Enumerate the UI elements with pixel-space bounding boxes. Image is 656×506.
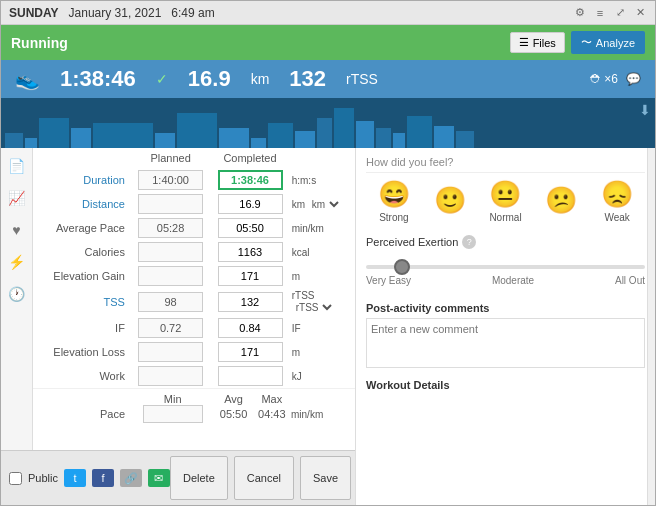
- completed-input[interactable]: [218, 292, 283, 312]
- feel-ok[interactable]: 🙂: [434, 185, 466, 218]
- feel-weak[interactable]: 😞 Weak: [601, 179, 633, 223]
- exertion-info-icon[interactable]: ?: [462, 235, 476, 249]
- sidebar-heart-icon[interactable]: ♥: [7, 220, 27, 240]
- pace-table: Min Avg Max Pace: [41, 393, 351, 423]
- feel-ok-icon: 🙂: [434, 185, 466, 216]
- header-right: ☰ Files 〜 Analyze: [510, 31, 645, 54]
- unit-cell: IF: [290, 316, 355, 340]
- exertion-slider[interactable]: [366, 265, 645, 269]
- analyze-button[interactable]: 〜 Analyze: [571, 31, 645, 54]
- check-icon: ✓: [156, 71, 168, 87]
- unit-cell: m: [290, 264, 355, 288]
- comments-input[interactable]: [366, 318, 645, 368]
- popout-icon[interactable]: ⤢: [613, 6, 627, 20]
- chart-bar: [177, 113, 217, 148]
- planned-input[interactable]: [138, 242, 203, 262]
- main-content: 📄 📈 ♥ ⚡ 🕐 Planned Completed: [1, 148, 655, 505]
- menu-icon[interactable]: ≡: [593, 6, 607, 20]
- planned-cell: [131, 288, 210, 316]
- left-panel: 📄 📈 ♥ ⚡ 🕐 Planned Completed: [1, 148, 356, 505]
- data-row: Duration h:m:s: [33, 168, 355, 192]
- footer: Public t f 🔗 ✉ Delete Cancel Save Save &…: [1, 450, 355, 505]
- feel-strong[interactable]: 😄 Strong: [378, 179, 410, 223]
- facebook-icon[interactable]: f: [92, 469, 114, 487]
- data-row: Work kJ: [33, 364, 355, 388]
- planned-input[interactable]: [138, 366, 203, 386]
- planned-input[interactable]: [138, 218, 203, 238]
- data-row: IF IF: [33, 316, 355, 340]
- data-row: Distance km kmmi: [33, 192, 355, 216]
- feel-normal[interactable]: 😐 Normal: [489, 179, 521, 223]
- chart-bar: [393, 133, 405, 148]
- completed-input[interactable]: [218, 170, 283, 190]
- completed-cell: [210, 216, 289, 240]
- day-label: SUNDAY: [9, 6, 59, 20]
- pace-min-input[interactable]: [143, 405, 203, 423]
- close-icon[interactable]: ✕: [633, 6, 647, 20]
- label-header: [33, 148, 131, 168]
- chart-bar: [5, 133, 23, 148]
- delete-button[interactable]: Delete: [170, 456, 228, 500]
- sidebar-doc-icon[interactable]: 📄: [7, 156, 27, 176]
- chart-bar: [219, 128, 249, 148]
- save-button[interactable]: Save: [300, 456, 351, 500]
- completed-cell: [210, 316, 289, 340]
- chart-bar: [317, 118, 332, 148]
- stats-row: 👟 1:38:46 ✓ 16.9 km 132 rTSS ⛑ ×6 💬: [1, 60, 655, 98]
- stat-dist-unit: km: [251, 71, 270, 87]
- planned-cell: [131, 216, 210, 240]
- pace-row: Pace 05:50 04:43: [41, 405, 351, 423]
- public-checkbox[interactable]: [9, 472, 22, 485]
- completed-input[interactable]: [218, 366, 283, 386]
- email-icon[interactable]: ✉: [148, 469, 170, 487]
- row-label: Average Pace: [33, 216, 131, 240]
- completed-input[interactable]: [218, 342, 283, 362]
- completed-input[interactable]: [218, 194, 283, 214]
- completed-input[interactable]: [218, 318, 283, 338]
- unit-cell: km kmmi: [290, 192, 355, 216]
- dist-unit-select[interactable]: kmmi: [308, 198, 342, 211]
- twitter-icon[interactable]: t: [64, 469, 86, 487]
- completed-input[interactable]: [218, 218, 283, 238]
- titlebar-left: SUNDAY January 31, 2021 6:49 am: [9, 6, 215, 20]
- cancel-button[interactable]: Cancel: [234, 456, 294, 500]
- sidebar-bolt-icon[interactable]: ⚡: [7, 252, 27, 272]
- chart-bar: [39, 118, 69, 148]
- footer-left: Public t f 🔗 ✉: [9, 469, 170, 487]
- download-icon[interactable]: ⬇: [639, 102, 651, 118]
- exertion-section: Perceived Exertion ? Very Easy Moderate …: [366, 235, 645, 290]
- planned-input[interactable]: [138, 266, 203, 286]
- right-scrollbar[interactable]: [647, 148, 655, 505]
- feel-tired[interactable]: 😕: [545, 185, 577, 218]
- chart-bar: [71, 128, 91, 148]
- exertion-thumb[interactable]: [394, 259, 410, 275]
- tss-unit-select[interactable]: rTSS: [292, 301, 335, 314]
- sidebar-chart-icon[interactable]: 📈: [7, 188, 27, 208]
- planned-input[interactable]: [138, 292, 203, 312]
- planned-input[interactable]: [138, 318, 203, 338]
- link-icon[interactable]: 🔗: [120, 469, 142, 487]
- settings-icon[interactable]: ⚙: [573, 6, 587, 20]
- left-inner: 📄 📈 ♥ ⚡ 🕐 Planned Completed: [1, 148, 355, 450]
- stat-tss-unit: rTSS: [346, 71, 378, 87]
- files-button[interactable]: ☰ Files: [510, 32, 565, 53]
- files-icon: ☰: [519, 36, 529, 49]
- feel-normal-icon: 😐: [489, 179, 521, 210]
- planned-input[interactable]: [138, 342, 203, 362]
- unit-cell: kcal: [290, 240, 355, 264]
- completed-input[interactable]: [218, 242, 283, 262]
- feel-weak-icon: 😞: [601, 179, 633, 210]
- sidebar-clock-icon[interactable]: 🕐: [7, 284, 27, 304]
- stat-badge: ⛑ ×6: [590, 72, 618, 86]
- chart-bars: [1, 98, 655, 148]
- workout-details-section: Workout Details: [366, 379, 645, 395]
- planned-cell: [131, 192, 210, 216]
- pace-spacer: [41, 393, 131, 405]
- completed-cell: [210, 192, 289, 216]
- planned-input[interactable]: [138, 194, 203, 214]
- completed-input[interactable]: [218, 266, 283, 286]
- data-main: Planned Completed Duration h:m:s Distanc…: [33, 148, 355, 450]
- planned-input[interactable]: [138, 170, 203, 190]
- activity-title: Running: [11, 35, 68, 51]
- data-row: Elevation Loss m: [33, 340, 355, 364]
